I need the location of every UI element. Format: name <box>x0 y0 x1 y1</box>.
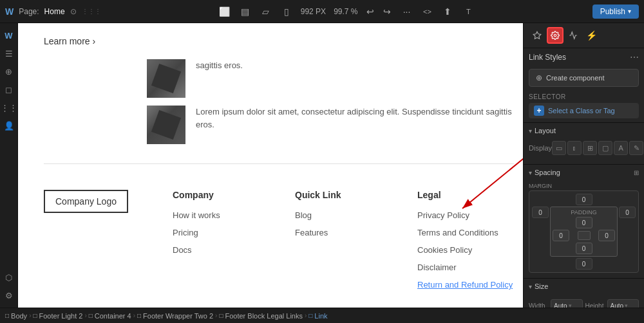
selector-label: Selector <box>529 93 639 100</box>
height-field: Height Auto ▾ <box>585 299 639 308</box>
display-flex-icon[interactable]: ⫾ <box>567 141 582 155</box>
learn-more-arrow-icon: › <box>93 36 96 46</box>
footer-link-blog[interactable]: Blog <box>295 210 392 220</box>
sidebar-item-pages[interactable]: ☰ <box>2 46 16 60</box>
breadcrumb-link[interactable]: □ Link <box>308 312 327 320</box>
padding-left-value[interactable]: 0 <box>553 230 569 241</box>
interactions-tool-icon[interactable] <box>565 27 582 44</box>
footer-link-cookies[interactable]: Cookies Policy <box>417 245 514 255</box>
breadcrumb-footer-block[interactable]: □ Footer Block Legal Links <box>219 312 303 320</box>
spacing-section: ▾ Spacing ⊞ MARGIN 0 0 PA <box>524 164 644 278</box>
footer-link-privacy[interactable]: Privacy Policy <box>417 210 514 220</box>
footer-light-icon: □ <box>33 312 37 319</box>
footer-link-docs[interactable]: Docs <box>173 245 269 255</box>
layout-section-title[interactable]: ▾ Layout <box>524 123 644 138</box>
sidebar-item-assets[interactable]: ⬡ <box>2 270 16 284</box>
size-section-title[interactable]: ▾ Size <box>524 279 644 294</box>
display-inline-icon[interactable]: ▢ <box>598 141 612 155</box>
more-options-btn[interactable]: ··· <box>397 3 415 21</box>
lightning-tool-icon[interactable]: ⚡ <box>583 27 600 44</box>
display-edit-icon[interactable]: ✎ <box>629 141 643 155</box>
breadcrumb-body-label: Body <box>11 312 27 320</box>
margin-bottom-value[interactable]: 0 <box>576 258 592 270</box>
body-icon: □ <box>5 312 9 319</box>
export-btn[interactable]: ⬆ <box>439 3 457 21</box>
spacing-section-title[interactable]: ▾ Spacing ⊞ <box>524 165 644 180</box>
footer-logo-column: Company Logo <box>44 190 147 290</box>
selector-placeholder: Select a Class or Tag <box>548 107 615 115</box>
sidebar-item-layout[interactable]: ◻ <box>2 82 16 97</box>
company-logo[interactable]: Company Logo <box>44 190 128 213</box>
height-input[interactable]: Auto ▾ <box>607 299 639 308</box>
layout-content: Display ▭ ⫾ ⊞ ▢ A ✎ <box>524 138 644 164</box>
size-content: Width Auto ▾ Height Auto ▾ <box>524 294 644 308</box>
size-label: Size <box>535 282 548 290</box>
main-area: W ☰ ⊕ ◻ ⋮⋮ 👤 ⬡ ⚙ Learn more › <box>0 23 644 308</box>
margin-top-value[interactable]: 0 <box>576 194 592 205</box>
blog-image-inner-1 <box>147 59 185 98</box>
top-bar: W Page: Home ⊙ ⋮⋮⋮ ⬜ ▤ ▱ ▯ 992 PX 99.7 %… <box>0 0 644 23</box>
undo-btn[interactable]: ↩ <box>363 4 378 19</box>
width-field: Width Auto ▾ <box>529 299 583 308</box>
undo-redo-group: ↩ ↪ <box>363 4 395 19</box>
redo-btn[interactable]: ↪ <box>379 4 395 19</box>
breadcrumb-link-label: Link <box>314 312 327 320</box>
breadcrumb-body[interactable]: □ Body <box>5 312 27 320</box>
code-view-btn[interactable]: <> <box>418 3 436 21</box>
footer-link-pricing[interactable]: Pricing <box>173 228 269 237</box>
padding-right-value[interactable]: 0 <box>598 230 615 241</box>
sidebar-item-components[interactable]: ⋮⋮ <box>2 100 16 115</box>
publish-arrow-icon: ▾ <box>628 8 631 15</box>
footer-link-features[interactable]: Features <box>295 228 392 237</box>
style-tool-icon[interactable] <box>529 27 545 44</box>
height-label: Height <box>585 302 605 308</box>
sidebar-item-logo[interactable]: W <box>2 28 16 42</box>
publish-button[interactable]: Publish ▾ <box>592 5 639 19</box>
footer-link-terms[interactable]: Terms and Conditions <box>417 228 514 237</box>
footer-link-return-policy[interactable]: Return and Refund Policy <box>417 280 514 290</box>
display-block-icon[interactable]: ▭ <box>552 141 566 155</box>
panel-more-icon[interactable]: ⋯ <box>630 52 639 62</box>
desktop-view-btn[interactable]: ⬜ <box>216 3 234 21</box>
breadcrumb-footer-light[interactable]: □ Footer Light 2 <box>33 312 82 320</box>
display-text-icon[interactable]: A <box>614 141 628 155</box>
zoom-display: 99.7 % <box>331 7 360 16</box>
sep-4: › <box>215 312 217 319</box>
canvas-area: Learn more › sagittis eros. Lorem ipsum … <box>18 23 523 308</box>
display-row: Display ▭ ⫾ ⊞ ▢ A ✎ <box>529 141 639 155</box>
mobile-view-btn[interactable]: ▱ <box>257 3 275 21</box>
blog-image-1 <box>147 59 185 98</box>
spacing-label: Spacing <box>535 169 560 176</box>
learn-more-link[interactable]: Learn more › <box>44 36 514 46</box>
spacing-expand-icon[interactable]: ⊞ <box>634 169 639 176</box>
footer-link-disclaimer[interactable]: Disclaimer <box>417 263 514 272</box>
section-divider <box>44 163 514 164</box>
sidebar-item-settings[interactable]: ⚙ <box>2 288 16 302</box>
gear-tool-icon[interactable] <box>547 27 564 44</box>
width-input[interactable]: Auto ▾ <box>551 299 583 308</box>
margin-box: 0 0 PADDING 0 0 <box>529 190 639 273</box>
type-btn[interactable]: T <box>459 3 477 21</box>
display-label: Display <box>529 144 552 152</box>
sidebar-item-add[interactable]: ⊕ <box>2 64 16 78</box>
selector-plus-icon: + <box>534 106 544 116</box>
breadcrumb-footer-wrapper-label: Footer Wrapper Two 2 <box>143 312 213 320</box>
margin-left-value[interactable]: 0 <box>532 207 549 218</box>
padding-top-value[interactable]: 0 <box>576 217 592 228</box>
size-section: ▾ Size Width Auto ▾ Height Auto <box>524 278 644 308</box>
margin-right-value[interactable]: 0 <box>619 207 636 218</box>
display-grid-icon[interactable]: ⊞ <box>583 141 597 155</box>
breadcrumb-footer-wrapper[interactable]: □ Footer Wrapper Two 2 <box>137 312 213 320</box>
tablet-view-btn[interactable]: ▤ <box>236 3 254 21</box>
sidebar-item-users[interactable]: 👤 <box>2 118 16 133</box>
padding-bottom-value[interactable]: 0 <box>576 243 592 254</box>
blog-post-1: sagittis eros. <box>147 59 514 98</box>
breadcrumb-container[interactable]: □ Container 4 <box>89 312 131 320</box>
phone-view-btn[interactable]: ▯ <box>278 3 296 21</box>
footer-quicklink-links: Blog Features <box>295 210 392 237</box>
save-status-icon: ⊙ <box>70 7 77 16</box>
selector-input[interactable]: + Select a Class or Tag <box>529 103 639 118</box>
create-component-button[interactable]: ⊕ Create component <box>529 69 639 87</box>
footer-link-how-it-works[interactable]: How it works <box>173 210 269 220</box>
panel-tool-icons: ⚡ <box>529 27 600 44</box>
